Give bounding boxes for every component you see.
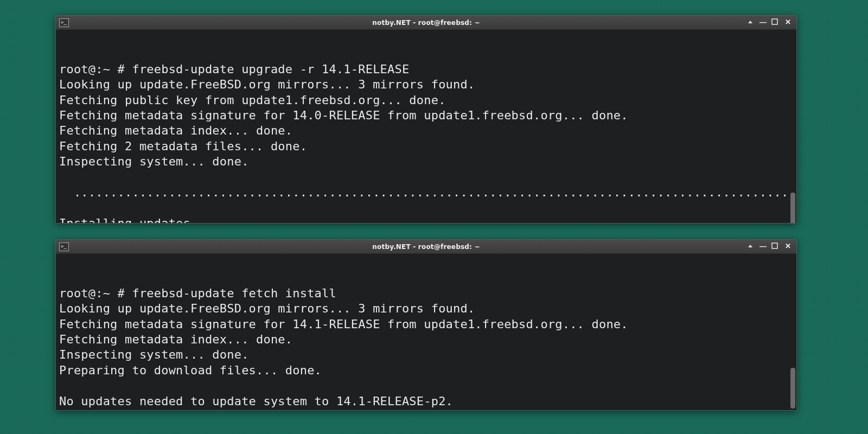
- scrollbar-thumb[interactable]: [790, 368, 795, 409]
- terminal-text: root@:~ # freebsd-update fetch install L…: [59, 286, 793, 410]
- titlebar[interactable]: >_ notby.NET - root@freebsd: ~ — ✕: [56, 16, 796, 30]
- maximize-button[interactable]: [771, 242, 780, 251]
- window-controls: — ✕: [746, 242, 794, 251]
- shade-button[interactable]: [746, 18, 755, 27]
- terminal-icon-glyph: >_: [61, 244, 67, 248]
- terminal-icon: >_: [59, 242, 69, 251]
- maximize-button[interactable]: [771, 18, 780, 27]
- window-controls: — ✕: [746, 18, 794, 27]
- terminal-output[interactable]: root@:~ # freebsd-update upgrade -r 14.1…: [56, 30, 796, 223]
- close-button[interactable]: ✕: [784, 18, 792, 27]
- terminal-icon: >_: [59, 18, 69, 27]
- terminal-text: root@:~ # freebsd-update upgrade -r 14.1…: [59, 62, 793, 223]
- shade-button[interactable]: [746, 242, 755, 251]
- terminal-window-2: >_ notby.NET - root@freebsd: ~ — ✕ root@…: [55, 239, 797, 411]
- scrollbar-thumb[interactable]: [790, 193, 795, 223]
- titlebar[interactable]: >_ notby.NET - root@freebsd: ~ — ✕: [56, 240, 796, 254]
- minimize-button[interactable]: —: [759, 18, 767, 27]
- terminal-window-1: >_ notby.NET - root@freebsd: ~ — ✕ root@…: [55, 15, 797, 224]
- minimize-button[interactable]: —: [759, 242, 767, 251]
- close-button[interactable]: ✕: [784, 242, 792, 251]
- terminal-icon-glyph: >_: [61, 20, 67, 24]
- window-title: notby.NET - root@freebsd: ~: [56, 19, 796, 27]
- svg-rect-1: [772, 243, 777, 248]
- terminal-output[interactable]: root@:~ # freebsd-update fetch install L…: [56, 254, 796, 410]
- window-title: notby.NET - root@freebsd: ~: [56, 243, 796, 251]
- svg-rect-0: [772, 19, 777, 24]
